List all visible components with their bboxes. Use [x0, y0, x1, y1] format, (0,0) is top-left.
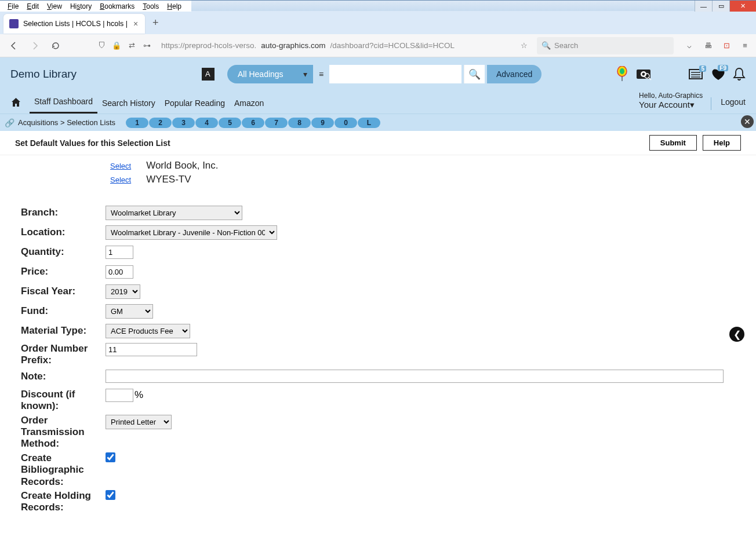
pill-6[interactable]: 6 — [242, 118, 264, 128]
pill-9[interactable]: 9 — [311, 118, 334, 128]
bell-icon[interactable] — [733, 67, 746, 81]
browser-urlbar: ⛉ 🔒 ⇄ ⊶ https://preprod-hcols-verso.auto… — [0, 34, 756, 57]
lock-icon[interactable]: 🔒 — [111, 41, 122, 50]
menu-file[interactable]: File — [3, 2, 23, 10]
menu-edit[interactable]: Edit — [23, 2, 43, 10]
breadcrumb-text[interactable]: Acquisitions > Selection Lists — [18, 118, 115, 127]
app-header: Demo Library All Headings ≡ 🔍 Advanced 5 — [0, 57, 756, 114]
balloon-icon[interactable] — [616, 66, 628, 82]
nav-amazon[interactable]: Amazon — [230, 98, 268, 114]
svg-point-1 — [620, 68, 624, 74]
camera-search-icon[interactable] — [635, 67, 652, 81]
permissions-icon[interactable]: ⇄ — [126, 41, 137, 50]
menu-view[interactable]: View — [43, 2, 66, 10]
search-area: All Headings ≡ 🔍 Advanced — [202, 65, 541, 83]
tab-favicon — [9, 19, 19, 28]
key-icon[interactable]: ⊶ — [141, 41, 152, 50]
translate-icon[interactable] — [202, 68, 215, 81]
hello-text: Hello, Auto-Graphics — [639, 92, 703, 100]
url-domain: auto-graphics.com — [261, 41, 325, 50]
browser-search-box[interactable]: 🔍 Search — [537, 37, 674, 54]
submit-button[interactable]: Submit — [649, 135, 697, 151]
catalog-search-button[interactable]: 🔍 — [464, 65, 485, 83]
breadcrumb-bar: 🔗 Acquisitions > Selection Lists 1234567… — [0, 114, 756, 131]
quick-pills: 1234567890L — [126, 118, 380, 128]
browser-toolbar-right: ⌵ 🖶 ⊡ ≡ — [678, 41, 750, 50]
app-nav: Staff Dashboard Search History Popular R… — [0, 87, 756, 114]
database-icon[interactable]: ≡ — [315, 65, 327, 83]
favorites-badge: F9 — [718, 65, 728, 71]
pill-1[interactable]: 1 — [126, 118, 148, 128]
url-input[interactable]: https://preprod-hcols-verso.auto-graphic… — [157, 41, 511, 50]
menu-bookmarks[interactable]: Bookmarks — [96, 2, 139, 10]
tab-close-icon[interactable]: × — [132, 19, 139, 28]
pill-2[interactable]: 2 — [149, 118, 172, 128]
menu-tools[interactable]: Tools — [139, 2, 163, 10]
menu-history[interactable]: History — [66, 2, 96, 10]
forward-button[interactable] — [27, 38, 43, 54]
pill-4[interactable]: 4 — [195, 118, 218, 128]
window-buttons: — ▭ ✕ — [695, 1, 756, 11]
close-window-button[interactable]: ✕ — [729, 1, 756, 12]
browser-tab[interactable]: Selection Lists | HCOLS | hcols | × — [3, 14, 145, 34]
pill-3[interactable]: 3 — [172, 118, 195, 128]
logout-link[interactable]: Logout — [711, 97, 746, 110]
catalog-search-input[interactable] — [329, 65, 461, 83]
os-titlebar: File Edit View History Bookmarks Tools H… — [0, 0, 756, 11]
favorites-icon[interactable]: F9 — [711, 67, 726, 81]
maximize-button[interactable]: ▭ — [712, 1, 729, 12]
url-security-icons: ⛉ 🔒 ⇄ ⊶ — [96, 41, 152, 50]
print-icon[interactable]: 🖶 — [703, 41, 713, 50]
headings-label: All Headings — [238, 70, 284, 79]
pocket-icon[interactable]: ⌵ — [684, 41, 695, 50]
minimize-button[interactable]: — — [695, 1, 712, 12]
your-account-dropdown[interactable]: Your Account▾ — [639, 100, 703, 110]
headings-dropdown[interactable]: All Headings — [227, 65, 313, 83]
pill-L[interactable]: L — [358, 118, 380, 128]
extension-icon[interactable]: ⊡ — [721, 41, 732, 50]
advanced-search-button[interactable]: Advanced — [487, 65, 541, 83]
page-title: Set Default Values for this Selection Li… — [15, 138, 170, 148]
url-pre: https://preprod-hcols-verso. — [161, 41, 256, 50]
lists-icon[interactable]: 5 — [689, 68, 704, 81]
pill-0[interactable]: 0 — [335, 118, 357, 128]
reload-button[interactable] — [48, 38, 64, 54]
lists-badge: 5 — [699, 65, 706, 72]
header-right-icons: 5 F9 — [616, 66, 746, 82]
nav-search-history[interactable]: Search History — [97, 98, 160, 114]
chain-icon: 🔗 — [5, 118, 14, 127]
new-tab-button[interactable]: + — [147, 14, 163, 31]
pill-8[interactable]: 8 — [288, 118, 311, 128]
back-button[interactable] — [6, 38, 22, 54]
nav-staff-dashboard[interactable]: Staff Dashboard — [30, 97, 97, 114]
menu-help[interactable]: Help — [163, 2, 186, 10]
shield-icon[interactable]: ⛉ — [96, 41, 107, 50]
app-title: Demo Library — [10, 68, 202, 81]
help-button[interactable]: Help — [703, 135, 741, 151]
home-icon[interactable] — [10, 97, 21, 114]
os-menubar: File Edit View History Bookmarks Tools H… — [0, 1, 191, 12]
close-panel-icon[interactable]: ✕ — [741, 115, 754, 128]
pill-7[interactable]: 7 — [265, 118, 288, 128]
bookmark-star-icon[interactable]: ☆ — [516, 41, 532, 50]
app-menu-icon[interactable]: ≡ — [740, 41, 750, 50]
pill-5[interactable]: 5 — [219, 118, 241, 128]
tab-title: Selection Lists | HCOLS | hcols | — [23, 20, 128, 28]
page-action-bar: Set Default Values for this Selection Li… — [0, 131, 756, 155]
search-icon: 🔍 — [541, 41, 551, 50]
url-post: /dashboard?cid=HCOLS&lid=HCOL — [330, 41, 455, 50]
browser-tabstrip: Selection Lists | HCOLS | hcols | × + — [0, 11, 756, 34]
browser-search-placeholder: Search — [554, 41, 578, 50]
nav-popular-reading[interactable]: Popular Reading — [160, 98, 230, 114]
